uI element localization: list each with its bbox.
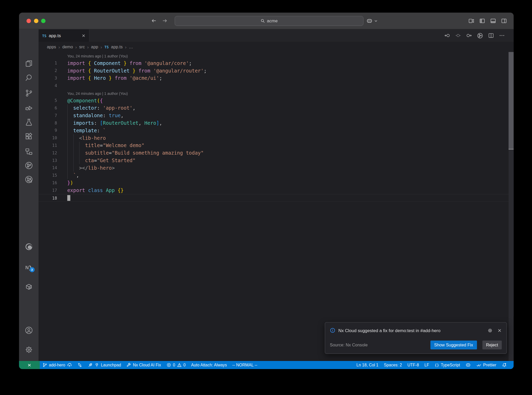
tab-bar: TS app.ts — [39, 29, 514, 42]
source-control-icon[interactable] — [25, 89, 33, 97]
gitlens-graph-icon[interactable] — [477, 32, 483, 39]
editor-scrollbar[interactable] — [509, 52, 514, 361]
wrench-icon — [127, 363, 131, 367]
line-number: 11 — [39, 142, 57, 149]
close-window-button[interactable] — [26, 18, 31, 23]
project-structure-icon[interactable] — [25, 148, 33, 156]
notification-toast: Nx Cloud suggested a fix for demo:test i… — [325, 322, 507, 354]
code-row[interactable]: 7 standalone: true, — [39, 112, 514, 119]
run-debug-icon[interactable] — [25, 104, 33, 112]
code-row[interactable]: 17export class App {} — [39, 187, 514, 194]
notification-close-icon[interactable] — [497, 328, 502, 333]
close-tab-icon[interactable] — [82, 34, 86, 38]
show-suggested-fix-button[interactable]: Show Suggested Fix — [430, 340, 477, 349]
code-row[interactable]: 16}) — [39, 179, 514, 187]
launchpad-label: Launchpad — [101, 363, 121, 367]
code-row[interactable]: 1import { Component } from '@angular/cor… — [39, 60, 514, 67]
line-number: 2 — [39, 67, 57, 75]
containers-icon[interactable] — [25, 283, 33, 291]
launchpad-item[interactable]: Launchpad — [85, 363, 124, 368]
codelens-blame-text[interactable]: You, 24 minutes ago | 1 author (You) — [67, 54, 128, 58]
cursor-position-item[interactable]: Ln 18, Col 1 — [354, 363, 381, 367]
history-forward-icon[interactable] — [162, 18, 168, 24]
codelens-row[interactable]: You, 24 minutes ago | 1 author (You) — [39, 52, 514, 60]
editor-cursor — [67, 195, 70, 201]
eol-item[interactable]: LF — [422, 363, 432, 367]
indentation-item[interactable]: Spaces: 2 — [381, 363, 405, 367]
settings-gear-icon[interactable] — [25, 346, 33, 354]
breadcrumb-item[interactable]: … — [129, 44, 133, 49]
encoding-item[interactable]: UTF-8 — [405, 363, 422, 367]
copilot-status-item[interactable] — [463, 362, 474, 368]
vim-mode-item[interactable]: -- NORMAL -- — [230, 363, 260, 367]
language-mode-item[interactable]: {} TypeScript — [432, 363, 463, 367]
breadcrumb-item[interactable]: app.ts — [111, 44, 123, 49]
code-row[interactable]: 9 template: ` — [39, 127, 514, 134]
scrollbar-thumb[interactable] — [509, 52, 514, 149]
chevron-right-icon: › — [87, 44, 89, 50]
split-editor-icon[interactable] — [488, 33, 494, 38]
history-back-icon[interactable] — [151, 18, 157, 24]
copilot-menu[interactable] — [366, 12, 378, 29]
code-row[interactable]: 14 ></lib-hero> — [39, 164, 514, 172]
explorer-icon[interactable] — [25, 60, 33, 68]
line-number: 3 — [39, 74, 57, 82]
code-row[interactable]: 11 title="Welcmoe demo" — [39, 142, 514, 149]
code-row[interactable]: 12 subtitle="Build something amazing tod… — [39, 149, 514, 157]
notifications-bell-item[interactable] — [499, 363, 510, 368]
code-row[interactable]: 18 — [39, 194, 514, 202]
toggle-primary-sidebar-icon[interactable] — [479, 18, 485, 24]
git-branch-icon — [42, 363, 47, 367]
accounts-icon[interactable] — [25, 326, 33, 334]
nx-console-icon[interactable]: N❯ 3 — [25, 264, 33, 272]
gitlens-back-icon[interactable] — [444, 33, 450, 38]
branch-status-item[interactable]: add-hero — [40, 363, 75, 368]
gitlens-search-icon[interactable] — [25, 175, 33, 183]
line-number: 1 — [39, 60, 57, 67]
code-row[interactable]: 13 cta="Get Started" — [39, 157, 514, 164]
testing-icon[interactable] — [25, 118, 33, 126]
zoom-window-button[interactable] — [41, 18, 45, 23]
codelens-row[interactable]: You, 24 minutes ago | 1 author (You) — [39, 89, 514, 97]
customize-layout-icon[interactable] — [468, 18, 474, 24]
edge-browser-icon[interactable] — [25, 243, 33, 251]
code-editor[interactable]: You, 24 minutes ago | 1 author (You)1imp… — [39, 52, 514, 361]
toggle-panel-icon[interactable] — [490, 18, 496, 24]
command-center-search[interactable]: acme — [175, 16, 363, 26]
code-row[interactable]: 2import { RouterOutlet } from '@angular/… — [39, 67, 514, 75]
code-row[interactable]: 8 imports: [RouterOutlet, Hero], — [39, 119, 514, 127]
breadcrumb-item[interactable]: app — [91, 44, 98, 49]
tab-app-ts[interactable]: TS app.ts — [39, 29, 89, 42]
line-number: 13 — [39, 157, 57, 164]
code-row[interactable]: 6 selector: 'app-root', — [39, 104, 514, 112]
code-row[interactable]: 4 — [39, 82, 514, 89]
reject-button[interactable]: Reject — [482, 340, 502, 349]
search-icon[interactable] — [25, 74, 33, 82]
remote-indicator[interactable] — [19, 361, 40, 369]
notification-source: Source: Nx Console — [330, 343, 430, 347]
line-number: 17 — [39, 187, 57, 194]
gitlens-current-icon[interactable] — [455, 33, 461, 38]
typescript-file-icon: TS — [104, 45, 109, 49]
nx-cloud-fix-item[interactable]: Nx Cloud AI Fix — [124, 363, 164, 367]
chevron-right-icon: › — [75, 44, 77, 50]
code-row[interactable]: 3import { Hero } from '@acme/ui'; — [39, 74, 514, 82]
notification-gear-icon[interactable] — [488, 328, 493, 333]
auto-attach-item[interactable]: Auto Attach: Always — [188, 363, 230, 367]
breadcrumb-item[interactable]: src — [79, 44, 85, 49]
gitlens-forward-icon[interactable] — [466, 33, 472, 38]
extensions-icon[interactable] — [25, 133, 33, 141]
code-row[interactable]: 5@Component({ — [39, 97, 514, 104]
git-compare-item[interactable] — [75, 363, 85, 367]
codelens-blame-text[interactable]: You, 24 minutes ago | 1 author (You) — [67, 91, 128, 96]
breadcrumb-item[interactable]: apps — [47, 44, 56, 49]
minimize-window-button[interactable] — [34, 18, 38, 23]
code-row[interactable]: 10 <lib-hero — [39, 134, 514, 142]
gitlens-icon[interactable] — [25, 161, 33, 169]
toggle-secondary-sidebar-icon[interactable] — [501, 18, 507, 24]
formatter-item[interactable]: Prettier — [474, 363, 499, 368]
problems-item[interactable]: 0 0 — [164, 363, 189, 367]
more-actions-icon[interactable] — [499, 33, 505, 38]
code-row[interactable]: 15 `, — [39, 172, 514, 179]
breadcrumb-item[interactable]: demo — [62, 44, 73, 49]
